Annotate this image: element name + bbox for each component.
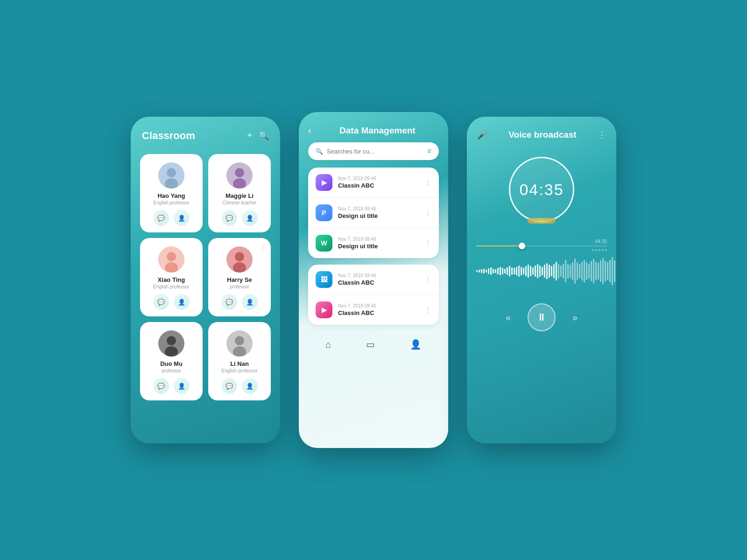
wave-bar [525,266,527,276]
item-title: Design ui title [338,212,419,219]
person-card-hao-yang[interactable]: Hao Yang English professor 💬 👤 [140,154,203,232]
message-btn-duo-mu[interactable]: 💬 [153,378,169,394]
item-more-icon[interactable]: ⋮ [425,179,431,186]
item-more-icon[interactable]: ⋮ [425,306,431,314]
back-button[interactable]: ‹ [308,125,311,136]
more-dots[interactable]: ⋮ [260,244,266,251]
person-card-li-nan[interactable]: Li Nan English professor 💬 👤 [208,322,271,400]
wave-bar [486,270,487,273]
avatar-maggie-li [226,162,253,189]
wave-bar [530,266,531,276]
wave-bar [586,262,587,280]
rewind-button[interactable]: « [506,312,511,323]
pause-button[interactable]: ⏸ [528,303,556,331]
wave-bar [514,268,515,274]
search-input[interactable] [327,148,423,155]
wave-bar [584,260,585,282]
person-card-maggie-li[interactable]: Maggie Li Chinese teacher 💬 👤 [208,154,271,232]
avatar-xiao-ting [158,246,184,273]
wave-bar [544,265,545,277]
wave-bar [609,260,611,283]
profile-btn-li-nan[interactable]: 👤 [242,378,258,394]
svg-point-16 [235,336,244,345]
profile-btn-hao-yang[interactable]: 👤 [174,210,190,226]
profile-btn-harry-se[interactable]: 👤 [242,294,258,310]
message-btn-xiao-ting[interactable]: 💬 [153,294,169,310]
wave-bar [504,269,506,274]
nav-user-icon[interactable]: 👤 [410,339,422,350]
nav-home-icon[interactable]: ⌂ [325,339,331,350]
wave-bar [567,264,569,279]
data-files-group1: ▶ Nov 7, 2018 09:46 Classin ABC ⋮ P Nov … [308,168,439,258]
data-item[interactable]: P Nov 7, 2018 09:46 Design ui title ⋮ [308,198,439,228]
data-item[interactable]: ▶ Nov 7, 2018 09:46 Classin ABC ⋮ [308,168,439,198]
profile-btn-duo-mu[interactable]: 👤 [174,378,190,394]
filter-icon[interactable]: ≡ [427,147,431,155]
message-btn-hao-yang[interactable]: 💬 [153,210,169,226]
wave-bar [521,267,522,276]
mic-icon: 🎤 [477,130,487,140]
item-info: Nov 7, 2018 09:46 Classin ABC [338,176,419,189]
wave-bar [560,266,562,277]
data-item[interactable]: 🖼 Nov 7, 2018 09:46 Classin ABC ⋮ [308,265,439,295]
item-date: Nov 7, 2018 09:46 [338,303,419,308]
person-role-maggie-li: Chinese teacher [223,200,257,205]
data-item[interactable]: ▶ Nov 7, 2018 09:46 Classin ABC ⋮ [308,295,439,325]
wave-bar [532,267,534,275]
wave-bar [546,263,548,279]
more-icon[interactable]: ⋮ [598,130,606,140]
wave-bar [551,266,552,276]
person-card-harry-se[interactable]: Harry Se professor 💬 👤 ⋮ [208,238,271,316]
profile-btn-xiao-ting[interactable]: 👤 [174,294,190,310]
person-card-xiao-ting[interactable]: Xiao Ting English professor 💬 👤 [140,238,203,316]
wave-bar [488,268,489,274]
message-btn-li-nan[interactable]: 💬 [221,378,237,394]
wave-bar [598,263,599,279]
card-actions-li-nan: 💬 👤 [221,378,258,394]
wave-bar [574,259,576,284]
nav-book-icon[interactable]: ▭ [366,339,375,350]
wave-bar [570,265,571,277]
progress-thumb[interactable] [519,243,525,249]
wave-bar [565,260,566,282]
file-icon-word: W [316,235,332,252]
person-role-harry-se: professor [230,284,249,289]
person-name-maggie-li: Maggie Li [226,192,254,199]
wave-bar [539,266,541,277]
person-name-duo-mu: Duo Mu [160,360,183,367]
wave-bar [553,264,555,278]
profile-btn-maggie-li[interactable]: 👤 [242,210,258,226]
item-date: Nov 7, 2018 09:46 [338,206,419,211]
add-icon[interactable]: + [247,131,252,141]
data-item[interactable]: W Nov 7, 2018 09:46 Design ui title ⋮ [308,228,439,258]
progress-time-label: 04:35 [595,239,607,244]
item-info: Nov 7, 2018 09:46 Classin ABC [338,303,419,316]
search-icon[interactable]: 🔍 [259,131,269,141]
classroom-header-icons: + 🔍 [247,131,269,141]
wave-bar [495,269,496,273]
svg-point-13 [167,336,176,345]
person-card-duo-mu[interactable]: Duo Mu professor 💬 👤 [140,322,203,400]
forward-button[interactable]: » [572,312,578,323]
message-btn-harry-se[interactable]: 💬 [221,294,237,310]
classroom-grid: Hao Yang English professor 💬 👤 Maggie Li… [131,149,280,405]
card-actions-duo-mu: 💬 👤 [153,378,190,394]
wave-bar [558,264,559,278]
wave-bar [523,268,524,274]
item-more-icon[interactable]: ⋮ [425,239,431,247]
item-more-icon[interactable]: ⋮ [425,209,431,217]
wave-bar [542,267,543,276]
wave-bar [481,269,482,273]
wave-bar [528,265,529,277]
wave-bar [483,269,485,274]
card-actions-hao-yang: 💬 👤 [153,210,190,226]
wave-bar [593,259,594,283]
wave-bar [612,257,613,286]
person-role-duo-mu: professor [162,368,181,373]
message-btn-maggie-li[interactable]: 💬 [221,210,237,226]
item-more-icon[interactable]: ⋮ [425,276,431,283]
item-info: Nov 7, 2018 09:46 Classin ABC [338,273,419,286]
item-title: Classin ABC [338,309,419,316]
wave-bar [493,269,494,274]
progress-track[interactable] [476,245,607,246]
